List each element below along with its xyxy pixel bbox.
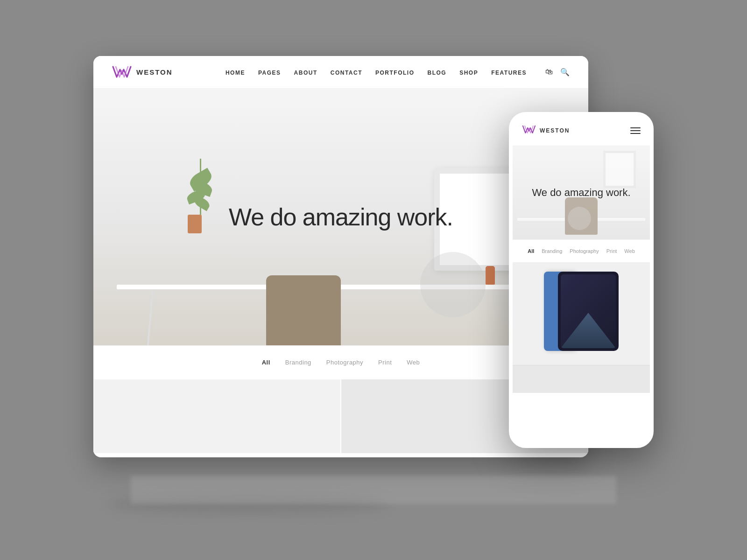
search-icon[interactable]: 🔍 xyxy=(560,68,570,77)
filter-all[interactable]: All xyxy=(262,359,270,366)
plant xyxy=(187,173,215,233)
ipad-device xyxy=(558,272,619,351)
nav-blog[interactable]: BLOG xyxy=(428,70,447,76)
chair-back xyxy=(266,275,341,345)
mobile-logo-text: WESTON xyxy=(540,127,570,134)
nav-home[interactable]: HOME xyxy=(226,70,245,76)
mobile-filter-photography[interactable]: Photography xyxy=(570,248,599,254)
filter-print[interactable]: Print xyxy=(378,359,392,366)
mobile-frame xyxy=(603,151,636,188)
vase xyxy=(486,266,495,285)
desktop-nav-links: HOME PAGES ABOUT CONTACT PORTFOLIO BLOG … xyxy=(226,68,527,77)
mobile-hero-heading: We do amazing work. xyxy=(532,187,630,199)
bg-bottom-bar xyxy=(131,476,616,504)
hamburger-line-2 xyxy=(630,130,641,131)
desktop-nav: WESTON HOME PAGES ABOUT CONTACT PORTFOLI… xyxy=(93,56,588,89)
nav-icons: 🛍 🔍 xyxy=(545,68,570,77)
mobile-filter-bar: All Branding Photography Print Web xyxy=(513,239,650,262)
filter-web[interactable]: Web xyxy=(407,359,420,366)
cart-icon[interactable]: 🛍 xyxy=(545,68,553,77)
nav-about[interactable]: ABOUT xyxy=(294,70,317,76)
hamburger-line-3 xyxy=(630,133,641,134)
ipad-mountain-scene xyxy=(561,304,616,348)
mobile-portfolio xyxy=(513,262,650,365)
hamburger-line-1 xyxy=(630,127,641,128)
mobile-filter-print[interactable]: Print xyxy=(606,248,617,254)
hero-text: We do amazing work. xyxy=(229,203,453,231)
scene: WESTON HOME PAGES ABOUT CONTACT PORTFOLI… xyxy=(93,56,654,504)
nav-portfolio[interactable]: PORTFOLIO xyxy=(375,70,415,76)
desktop-logo[interactable]: WESTON xyxy=(112,65,173,80)
mobile-filter-web[interactable]: Web xyxy=(624,248,634,254)
nav-shop[interactable]: SHOP xyxy=(459,70,478,76)
nav-features[interactable]: FEATURES xyxy=(491,70,527,76)
filter-photography[interactable]: Photography xyxy=(326,359,363,366)
ipad-screen xyxy=(561,274,616,348)
mobile-portfolio-bottom xyxy=(513,365,650,393)
hero-circle-decoration xyxy=(420,252,486,317)
hamburger-menu[interactable] xyxy=(630,127,641,134)
hero-heading: We do amazing work. xyxy=(229,203,453,231)
mobile-nav: WESTON xyxy=(513,116,650,146)
filter-branding[interactable]: Branding xyxy=(285,359,311,366)
logo-icon xyxy=(112,65,132,80)
ipad-container xyxy=(544,272,619,356)
mobile-filter-branding[interactable]: Branding xyxy=(542,248,562,254)
portfolio-cell-1[interactable] xyxy=(93,379,341,454)
mobile-hero: We do amazing work. xyxy=(513,146,650,239)
nav-contact[interactable]: CONTACT xyxy=(331,70,362,76)
mobile-logo-icon xyxy=(522,125,536,137)
desktop-logo-text: WESTON xyxy=(136,68,173,76)
mobile-mockup: WESTON We do amazing work. All Brand xyxy=(509,112,654,448)
table-leg-left xyxy=(147,289,154,345)
mobile-logo[interactable]: WESTON xyxy=(522,125,570,137)
chair xyxy=(303,261,378,345)
mobile-filter-all[interactable]: All xyxy=(528,248,534,254)
nav-pages[interactable]: PAGES xyxy=(258,70,281,76)
